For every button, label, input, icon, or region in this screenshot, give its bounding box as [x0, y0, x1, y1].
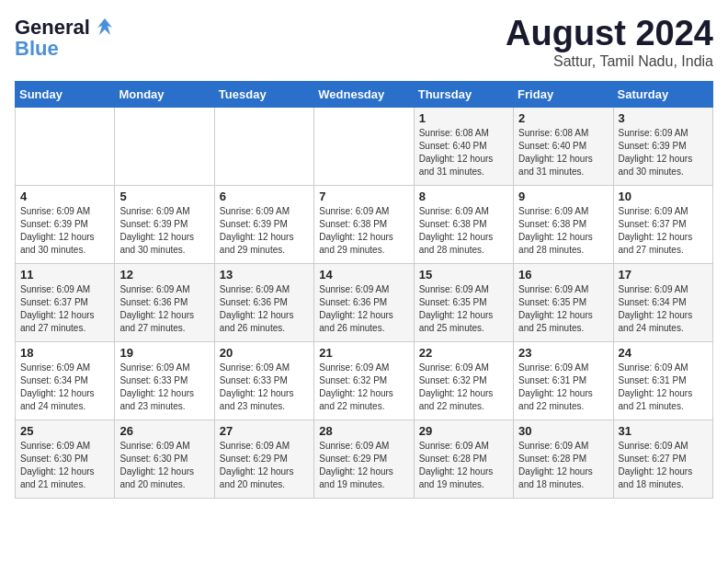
calendar-cell: 28Sunrise: 6:09 AM Sunset: 6:29 PM Dayli… — [314, 419, 414, 498]
day-info: Sunrise: 6:09 AM Sunset: 6:38 PM Dayligh… — [518, 205, 608, 257]
day-number: 11 — [20, 268, 109, 282]
calendar-cell: 20Sunrise: 6:09 AM Sunset: 6:33 PM Dayli… — [214, 341, 313, 419]
day-number: 22 — [419, 346, 508, 360]
day-info: Sunrise: 6:09 AM Sunset: 6:33 PM Dayligh… — [220, 362, 309, 413]
day-number: 31 — [619, 424, 708, 438]
header-cell-monday: Monday — [115, 81, 214, 107]
day-info: Sunrise: 6:09 AM Sunset: 6:34 PM Dayligh… — [20, 362, 109, 413]
calendar-cell: 3Sunrise: 6:09 AM Sunset: 6:39 PM Daylig… — [613, 107, 712, 185]
calendar-cell — [16, 107, 115, 185]
header: General Blue August 2024 Sattur, Tamil N… — [15, 15, 713, 70]
calendar-cell: 24Sunrise: 6:09 AM Sunset: 6:31 PM Dayli… — [613, 341, 712, 419]
day-number: 30 — [518, 424, 608, 438]
day-info: Sunrise: 6:09 AM Sunset: 6:39 PM Dayligh… — [220, 205, 309, 257]
calendar-cell: 17Sunrise: 6:09 AM Sunset: 6:34 PM Dayli… — [613, 263, 712, 341]
calendar-cell: 22Sunrise: 6:09 AM Sunset: 6:32 PM Dayli… — [414, 341, 513, 419]
day-info: Sunrise: 6:09 AM Sunset: 6:37 PM Dayligh… — [20, 283, 109, 335]
day-number: 20 — [220, 346, 309, 360]
calendar-cell: 26Sunrise: 6:09 AM Sunset: 6:30 PM Dayli… — [115, 419, 214, 498]
day-number: 9 — [518, 190, 608, 203]
calendar-body: 1Sunrise: 6:08 AM Sunset: 6:40 PM Daylig… — [16, 107, 713, 498]
day-number: 28 — [319, 424, 408, 438]
day-info: Sunrise: 6:09 AM Sunset: 6:34 PM Dayligh… — [619, 283, 708, 335]
calendar-cell — [314, 107, 414, 185]
day-info: Sunrise: 6:09 AM Sunset: 6:29 PM Dayligh… — [319, 440, 408, 491]
day-number: 5 — [119, 190, 209, 203]
day-number: 2 — [518, 111, 608, 125]
calendar-cell: 30Sunrise: 6:09 AM Sunset: 6:28 PM Dayli… — [514, 419, 613, 498]
title-area: August 2024 Sattur, Tamil Nadu, India — [506, 15, 713, 70]
calendar-week-5: 25Sunrise: 6:09 AM Sunset: 6:30 PM Dayli… — [16, 419, 713, 498]
calendar-cell: 18Sunrise: 6:09 AM Sunset: 6:34 PM Dayli… — [16, 341, 115, 419]
calendar-cell: 23Sunrise: 6:09 AM Sunset: 6:31 PM Dayli… — [514, 341, 613, 419]
day-number: 16 — [518, 268, 608, 282]
day-number: 15 — [419, 268, 508, 282]
calendar-cell: 11Sunrise: 6:09 AM Sunset: 6:37 PM Dayli… — [16, 263, 115, 341]
calendar-cell: 13Sunrise: 6:09 AM Sunset: 6:36 PM Dayli… — [214, 263, 313, 341]
day-info: Sunrise: 6:08 AM Sunset: 6:40 PM Dayligh… — [518, 127, 608, 178]
header-cell-wednesday: Wednesday — [314, 81, 414, 107]
day-info: Sunrise: 6:09 AM Sunset: 6:29 PM Dayligh… — [220, 440, 309, 491]
calendar-cell: 15Sunrise: 6:09 AM Sunset: 6:35 PM Dayli… — [414, 263, 513, 341]
day-info: Sunrise: 6:09 AM Sunset: 6:32 PM Dayligh… — [419, 362, 508, 413]
day-number: 7 — [319, 190, 408, 203]
day-number: 14 — [319, 268, 408, 282]
calendar-cell: 6Sunrise: 6:09 AM Sunset: 6:39 PM Daylig… — [214, 185, 313, 263]
calendar-cell: 21Sunrise: 6:09 AM Sunset: 6:32 PM Dayli… — [314, 341, 414, 419]
day-info: Sunrise: 6:09 AM Sunset: 6:39 PM Dayligh… — [619, 127, 708, 178]
day-number: 17 — [619, 268, 708, 282]
page-subtitle: Sattur, Tamil Nadu, India — [506, 53, 713, 70]
day-number: 27 — [220, 424, 309, 438]
day-number: 25 — [20, 424, 109, 438]
calendar-cell: 25Sunrise: 6:09 AM Sunset: 6:30 PM Dayli… — [16, 419, 115, 498]
day-info: Sunrise: 6:09 AM Sunset: 6:37 PM Dayligh… — [619, 205, 708, 257]
day-number: 3 — [619, 111, 708, 125]
calendar-cell: 10Sunrise: 6:09 AM Sunset: 6:37 PM Dayli… — [613, 185, 712, 263]
day-number: 8 — [419, 190, 508, 203]
header-row: SundayMondayTuesdayWednesdayThursdayFrid… — [16, 81, 713, 107]
day-info: Sunrise: 6:09 AM Sunset: 6:31 PM Dayligh… — [518, 362, 608, 413]
day-info: Sunrise: 6:09 AM Sunset: 6:35 PM Dayligh… — [419, 283, 508, 335]
day-number: 4 — [20, 190, 109, 203]
day-number: 24 — [619, 346, 708, 360]
day-info: Sunrise: 6:09 AM Sunset: 6:27 PM Dayligh… — [619, 440, 708, 491]
calendar-week-1: 1Sunrise: 6:08 AM Sunset: 6:40 PM Daylig… — [16, 107, 713, 185]
calendar-week-2: 4Sunrise: 6:09 AM Sunset: 6:39 PM Daylig… — [16, 185, 713, 263]
day-number: 6 — [220, 190, 309, 203]
calendar-header: SundayMondayTuesdayWednesdayThursdayFrid… — [16, 81, 713, 107]
calendar-cell: 1Sunrise: 6:08 AM Sunset: 6:40 PM Daylig… — [414, 107, 513, 185]
calendar-cell: 2Sunrise: 6:08 AM Sunset: 6:40 PM Daylig… — [514, 107, 613, 185]
calendar-week-3: 11Sunrise: 6:09 AM Sunset: 6:37 PM Dayli… — [16, 263, 713, 341]
calendar-table: SundayMondayTuesdayWednesdayThursdayFrid… — [15, 81, 713, 499]
day-info: Sunrise: 6:09 AM Sunset: 6:35 PM Dayligh… — [518, 283, 608, 335]
day-number: 10 — [619, 190, 708, 203]
day-info: Sunrise: 6:09 AM Sunset: 6:39 PM Dayligh… — [20, 205, 109, 257]
header-cell-saturday: Saturday — [613, 81, 712, 107]
header-cell-sunday: Sunday — [16, 81, 115, 107]
calendar-cell: 12Sunrise: 6:09 AM Sunset: 6:36 PM Dayli… — [115, 263, 214, 341]
day-number: 12 — [119, 268, 209, 282]
calendar-cell: 4Sunrise: 6:09 AM Sunset: 6:39 PM Daylig… — [16, 185, 115, 263]
day-info: Sunrise: 6:09 AM Sunset: 6:33 PM Dayligh… — [119, 362, 209, 413]
day-info: Sunrise: 6:09 AM Sunset: 6:30 PM Dayligh… — [119, 440, 209, 491]
day-number: 29 — [419, 424, 508, 438]
day-number: 26 — [119, 424, 209, 438]
page-title: August 2024 — [506, 15, 713, 53]
calendar-cell: 14Sunrise: 6:09 AM Sunset: 6:36 PM Dayli… — [314, 263, 414, 341]
calendar-cell: 29Sunrise: 6:09 AM Sunset: 6:28 PM Dayli… — [414, 419, 513, 498]
day-number: 18 — [20, 346, 109, 360]
svg-marker-0 — [97, 18, 112, 35]
day-number: 23 — [518, 346, 608, 360]
calendar-cell: 7Sunrise: 6:09 AM Sunset: 6:38 PM Daylig… — [314, 185, 414, 263]
calendar-cell: 9Sunrise: 6:09 AM Sunset: 6:38 PM Daylig… — [514, 185, 613, 263]
calendar-cell: 19Sunrise: 6:09 AM Sunset: 6:33 PM Dayli… — [115, 341, 214, 419]
day-info: Sunrise: 6:08 AM Sunset: 6:40 PM Dayligh… — [419, 127, 508, 178]
day-info: Sunrise: 6:09 AM Sunset: 6:30 PM Dayligh… — [20, 440, 109, 491]
header-cell-tuesday: Tuesday — [214, 81, 313, 107]
day-info: Sunrise: 6:09 AM Sunset: 6:38 PM Dayligh… — [419, 205, 508, 257]
calendar-cell: 31Sunrise: 6:09 AM Sunset: 6:27 PM Dayli… — [613, 419, 712, 498]
calendar-cell: 5Sunrise: 6:09 AM Sunset: 6:39 PM Daylig… — [115, 185, 214, 263]
day-info: Sunrise: 6:09 AM Sunset: 6:39 PM Dayligh… — [119, 205, 209, 257]
day-number: 1 — [419, 111, 508, 125]
logo: General Blue — [15, 15, 118, 61]
